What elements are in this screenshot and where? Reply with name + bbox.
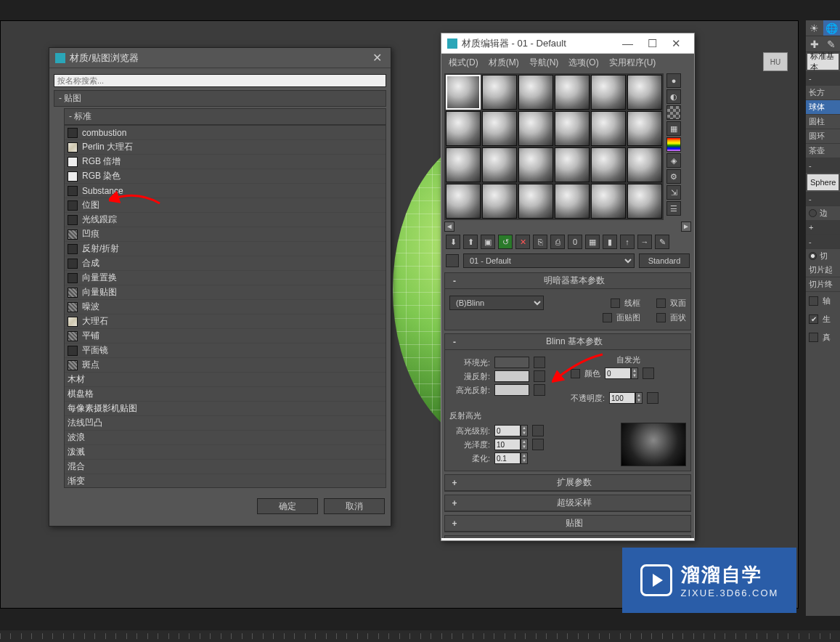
map-item[interactable]: combustion bbox=[65, 126, 386, 140]
material-map-navigator-button[interactable]: ☰ bbox=[666, 201, 681, 216]
axis-checkbox[interactable] bbox=[809, 296, 818, 306]
delete-button[interactable]: ✕ bbox=[515, 235, 530, 249]
supersampling-rollout[interactable]: +超级采样 bbox=[444, 495, 691, 512]
minimize-button[interactable]: — bbox=[615, 37, 640, 49]
sample-slot[interactable] bbox=[555, 75, 590, 110]
menu-mode[interactable]: 模式(D) bbox=[449, 57, 478, 69]
sample-slot[interactable] bbox=[482, 147, 517, 182]
options-button[interactable]: ⚙ bbox=[666, 169, 681, 184]
material-id-button[interactable]: 0 bbox=[568, 235, 582, 249]
map-item[interactable]: 光线跟踪 bbox=[65, 213, 386, 227]
close-icon[interactable]: ✕ bbox=[370, 51, 385, 65]
rollout-head[interactable]: - bbox=[806, 71, 840, 86]
params-rollout[interactable]: - bbox=[806, 192, 840, 206]
map-item[interactable]: 法线凹凸 bbox=[65, 416, 386, 431]
sample-slot[interactable] bbox=[518, 147, 553, 182]
sample-slot[interactable] bbox=[555, 184, 590, 219]
collapse-icon[interactable]: - bbox=[449, 337, 460, 347]
mentalray-rollout[interactable]: +mental ray 连接 bbox=[444, 535, 691, 538]
sample-slot[interactable] bbox=[591, 111, 626, 146]
maps-rollout[interactable]: +贴图 bbox=[444, 515, 691, 532]
browser-search-input[interactable] bbox=[54, 74, 386, 87]
viewcube[interactable]: HU bbox=[763, 52, 788, 71]
sample-slot[interactable] bbox=[518, 111, 553, 146]
facemap-checkbox[interactable] bbox=[603, 313, 612, 322]
ambient-swatch[interactable] bbox=[494, 357, 529, 368]
map-list[interactable]: combustionPerlin 大理石RGB 倍增RGB 染色Substanc… bbox=[64, 125, 386, 488]
maps-category[interactable]: - 贴图 bbox=[54, 90, 386, 107]
video-color-button[interactable] bbox=[666, 137, 681, 152]
opacity-map-button[interactable] bbox=[647, 392, 658, 404]
menu-material[interactable]: 材质(M) bbox=[489, 57, 519, 69]
map-item[interactable]: 凹痕 bbox=[65, 227, 386, 242]
object-name-input[interactable]: Sphere bbox=[807, 174, 839, 190]
sample-slot[interactable] bbox=[627, 111, 662, 146]
sample-slot[interactable] bbox=[446, 111, 481, 146]
menu-options[interactable]: 选项(O) bbox=[568, 57, 598, 69]
map-item[interactable]: 棋盘格 bbox=[65, 387, 386, 402]
map-item[interactable]: 木材 bbox=[65, 373, 386, 387]
sample-slot[interactable] bbox=[591, 184, 626, 219]
standard-category[interactable]: - 标准 bbox=[64, 108, 386, 125]
diffuse-map-button[interactable] bbox=[534, 370, 545, 382]
map-item[interactable]: 合成 bbox=[65, 256, 386, 271]
extended-params-rollout[interactable]: +扩展参数 bbox=[444, 474, 691, 492]
real-checkbox[interactable] bbox=[809, 333, 818, 342]
sample-slot[interactable] bbox=[518, 184, 553, 219]
reset-map-button[interactable]: ↺ bbox=[498, 235, 513, 249]
map-item[interactable]: 噪波 bbox=[65, 300, 386, 314]
glossiness-input[interactable] bbox=[494, 439, 521, 450]
map-item[interactable]: 混合 bbox=[65, 460, 386, 474]
map-item[interactable]: RGB 染色 bbox=[65, 169, 386, 184]
maximize-button[interactable]: ☐ bbox=[640, 37, 664, 50]
material-name-dropdown[interactable]: 01 - Default bbox=[463, 253, 635, 268]
map-item[interactable]: 向量置换 bbox=[65, 271, 386, 285]
menu-navigate[interactable]: 导航(N) bbox=[529, 57, 559, 69]
menu-utilities[interactable]: 实用程序(U) bbox=[609, 57, 656, 69]
scroll-left-icon[interactable]: ◄ bbox=[444, 222, 454, 232]
name-rollout[interactable]: - bbox=[806, 158, 840, 173]
object-torus[interactable]: 圆环 bbox=[806, 129, 840, 144]
map-item[interactable]: RGB 倍增 bbox=[65, 155, 386, 169]
sample-slot[interactable] bbox=[555, 111, 590, 146]
show-end-result-button[interactable]: ▮ bbox=[603, 235, 617, 249]
map-item[interactable]: 渐变 bbox=[65, 474, 386, 488]
specular-level-input[interactable] bbox=[494, 425, 521, 436]
category-dropdown[interactable]: 标准基本 bbox=[807, 54, 839, 70]
sample-type-button[interactable]: ● bbox=[666, 73, 681, 88]
get-material-button[interactable]: ⬇ bbox=[446, 235, 460, 249]
object-sphere[interactable]: 球体 bbox=[806, 100, 840, 115]
object-cylinder[interactable]: 圆柱 bbox=[806, 115, 840, 129]
ambient-map-button[interactable] bbox=[534, 357, 545, 368]
map-item[interactable]: 泼溅 bbox=[65, 445, 386, 460]
sample-slot[interactable] bbox=[591, 75, 626, 110]
shader-dropdown[interactable]: (B)Blinn bbox=[449, 296, 544, 310]
put-to-scene-button[interactable]: ⬆ bbox=[463, 235, 478, 249]
sample-uv-button[interactable]: ▦ bbox=[666, 121, 681, 136]
map-item[interactable]: 波浪 bbox=[65, 431, 386, 445]
map-item[interactable]: 大理石 bbox=[65, 314, 386, 329]
show-map-button[interactable]: ▦ bbox=[585, 235, 600, 249]
create-tab-icon[interactable]: ✚ bbox=[806, 36, 823, 52]
specular-map-button[interactable] bbox=[534, 384, 545, 396]
sun-icon[interactable]: ☀ bbox=[806, 20, 823, 36]
sample-slot[interactable] bbox=[591, 147, 626, 182]
sample-slot[interactable] bbox=[627, 75, 662, 110]
close-button[interactable]: ✕ bbox=[664, 37, 688, 50]
browser-titlebar[interactable]: 材质/贴图浏览器 ✕ bbox=[49, 48, 391, 68]
sample-slot[interactable] bbox=[446, 184, 481, 219]
selfillum-map-button[interactable] bbox=[643, 367, 654, 379]
mat-titlebar[interactable]: 材质编辑器 - 01 - Default — ☐ ✕ bbox=[441, 33, 694, 54]
sample-slot[interactable] bbox=[446, 147, 481, 182]
assign-to-selection-button[interactable]: ▣ bbox=[481, 235, 495, 249]
pick-from-object-button[interactable]: ✎ bbox=[655, 235, 669, 249]
make-preview-button[interactable]: ◈ bbox=[666, 153, 681, 168]
generate-checkbox[interactable] bbox=[809, 314, 818, 324]
scroll-right-icon[interactable]: ► bbox=[681, 222, 691, 232]
sample-slot[interactable] bbox=[482, 75, 517, 110]
map-item[interactable]: 向量贴图 bbox=[65, 285, 386, 300]
specular-swatch[interactable] bbox=[494, 384, 529, 396]
soften-input[interactable] bbox=[494, 452, 521, 464]
edge-radio[interactable]: 边 bbox=[806, 206, 840, 220]
backlight-button[interactable]: ◐ bbox=[666, 89, 681, 104]
